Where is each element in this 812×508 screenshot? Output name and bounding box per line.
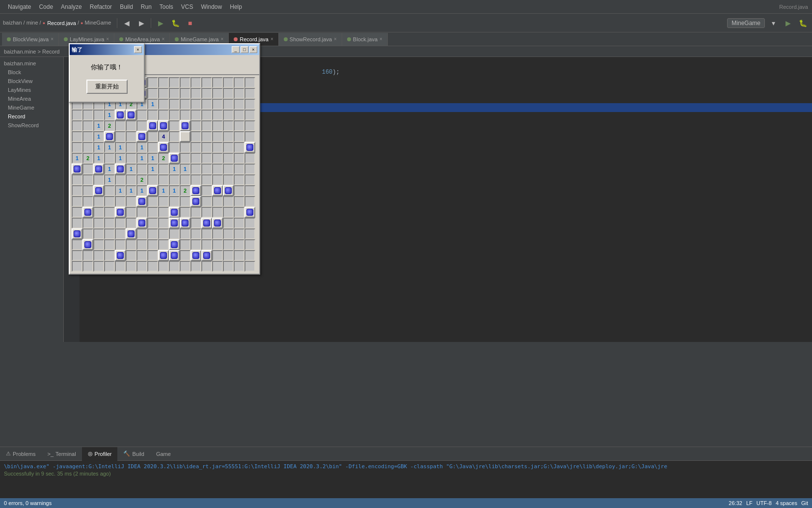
cell-9-4[interactable]: 1 (104, 164, 115, 174)
menu-code[interactable]: Code (35, 2, 57, 11)
cell-14-10[interactable] (169, 218, 180, 228)
sidebar-item-blockview[interactable]: BlockView (0, 77, 63, 85)
cell-7-7[interactable]: 1 (136, 142, 147, 153)
sidebar-item-block[interactable]: Block (0, 68, 63, 77)
cell-13-17[interactable] (244, 207, 255, 218)
cell-17-2[interactable] (82, 250, 93, 261)
lose-close-button[interactable]: × (134, 46, 142, 53)
cell-4-13[interactable] (201, 110, 212, 120)
cell-12-16[interactable] (234, 196, 244, 207)
cell-15-5[interactable] (115, 228, 126, 239)
cell-14-16[interactable] (234, 218, 244, 228)
cell-15-10[interactable] (169, 228, 180, 239)
cell-7-11[interactable] (180, 142, 190, 153)
tab-profiler[interactable]: ◎ Profiler (82, 447, 118, 461)
cell-16-12[interactable] (190, 239, 201, 250)
cell-13-2[interactable] (82, 207, 93, 218)
cell-18-9[interactable] (158, 261, 169, 272)
cell-10-12[interactable] (190, 174, 201, 185)
sidebar-item-showrecord[interactable]: ShowRecord (0, 121, 63, 130)
menu-window[interactable]: Window (197, 2, 226, 11)
cell-5-14[interactable] (212, 120, 223, 131)
cell-18-14[interactable] (212, 261, 223, 272)
cell-3-15[interactable] (223, 99, 234, 110)
cell-16-7[interactable] (136, 239, 147, 250)
cell-17-7[interactable] (136, 250, 147, 261)
cell-11-3[interactable] (93, 185, 104, 196)
cell-9-17[interactable] (244, 164, 255, 174)
tab-block[interactable]: Block.java × (342, 33, 388, 46)
menu-tools[interactable]: Tools (156, 2, 177, 11)
cell-14-17[interactable] (244, 218, 255, 228)
cell-15-3[interactable] (93, 228, 104, 239)
cell-5-2[interactable] (82, 120, 93, 131)
cell-17-1[interactable] (72, 250, 82, 261)
cell-10-1[interactable] (72, 174, 82, 185)
game-maximize-button[interactable]: □ (241, 46, 248, 53)
sidebar-item-minegame[interactable]: MineGame (0, 103, 63, 112)
cell-8-12[interactable] (190, 153, 201, 164)
cell-4-1[interactable] (72, 110, 82, 120)
cell-6-15[interactable] (223, 131, 234, 142)
cell-4-12[interactable] (190, 110, 201, 120)
cell-12-12[interactable] (190, 196, 201, 207)
cell-4-16[interactable] (234, 110, 244, 120)
cell-4-7[interactable] (136, 110, 147, 120)
menu-run[interactable]: Run (137, 2, 156, 11)
cell-1-17[interactable] (244, 77, 255, 88)
cell-15-14[interactable] (212, 228, 223, 239)
cell-17-6[interactable] (126, 250, 136, 261)
cell-9-7[interactable] (136, 164, 147, 174)
run-config-display[interactable]: MineGame (727, 18, 765, 28)
cell-16-1[interactable] (72, 239, 82, 250)
cell-17-15[interactable] (223, 250, 234, 261)
cell-17-12[interactable] (190, 250, 201, 261)
cell-12-15[interactable] (223, 196, 234, 207)
cell-16-9[interactable] (158, 239, 169, 250)
cell-2-9[interactable] (158, 88, 169, 99)
cell-17-14[interactable] (212, 250, 223, 261)
cell-8-14[interactable] (212, 153, 223, 164)
cell-4-5[interactable] (115, 110, 126, 120)
cell-1-12[interactable] (190, 77, 201, 88)
cell-6-2[interactable] (82, 131, 93, 142)
cell-7-8[interactable] (147, 142, 158, 153)
cell-14-13[interactable] (201, 218, 212, 228)
cell-13-10[interactable] (169, 207, 180, 218)
cell-5-9[interactable] (158, 120, 169, 131)
cell-6-1[interactable] (72, 131, 82, 142)
cell-1-15[interactable] (223, 77, 234, 88)
cell-9-9[interactable] (158, 164, 169, 174)
menu-build[interactable]: Build (116, 2, 137, 11)
cell-17-11[interactable] (180, 250, 190, 261)
cell-18-13[interactable] (201, 261, 212, 272)
cell-5-16[interactable] (234, 120, 244, 131)
cell-2-13[interactable] (201, 88, 212, 99)
cell-9-12[interactable] (190, 164, 201, 174)
cell-18-1[interactable] (72, 261, 82, 272)
cell-11-17[interactable] (244, 185, 255, 196)
tab-problems[interactable]: ⚠ Problems (0, 447, 41, 461)
tab-close-record[interactable]: × (271, 36, 273, 42)
cell-18-5[interactable] (115, 261, 126, 272)
cell-8-16[interactable] (234, 153, 244, 164)
cell-11-6[interactable]: 1 (126, 185, 136, 196)
cell-7-6[interactable] (126, 142, 136, 153)
cell-7-10[interactable] (169, 142, 180, 153)
cell-14-9[interactable] (158, 218, 169, 228)
cell-7-14[interactable] (212, 142, 223, 153)
cell-8-11[interactable] (180, 153, 190, 164)
cell-13-7[interactable] (136, 207, 147, 218)
cell-11-12[interactable] (190, 185, 201, 196)
cell-6-13[interactable] (201, 131, 212, 142)
cell-9-10[interactable]: 1 (169, 164, 180, 174)
forward-button[interactable]: ▶ (135, 17, 148, 29)
game-close-button[interactable]: × (249, 46, 257, 53)
cell-16-8[interactable] (147, 239, 158, 250)
tab-close-showrecord[interactable]: × (334, 36, 337, 42)
cell-8-4[interactable] (104, 153, 115, 164)
cell-7-9[interactable] (158, 142, 169, 153)
cell-14-14[interactable] (212, 218, 223, 228)
cell-6-11[interactable] (180, 131, 190, 142)
cell-12-10[interactable] (169, 196, 180, 207)
